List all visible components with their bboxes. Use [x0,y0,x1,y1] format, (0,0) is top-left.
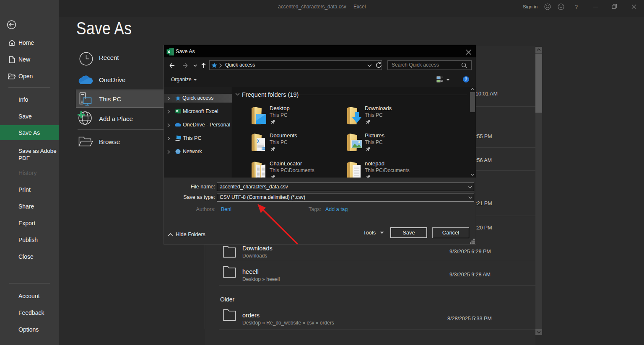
svg-text:?: ? [575,4,578,10]
